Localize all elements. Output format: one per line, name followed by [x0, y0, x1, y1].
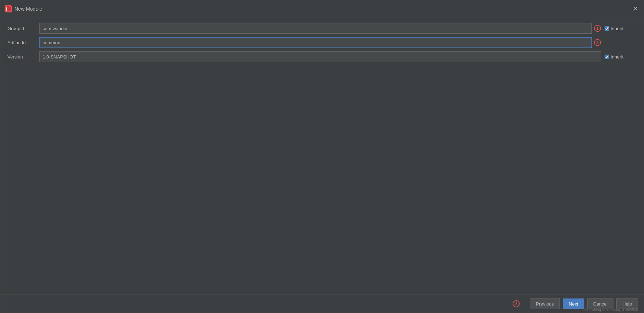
- title-left: I New Module: [5, 5, 42, 12]
- dialog-titlebar: I New Module ✕: [0, 0, 644, 17]
- version-inherit-label[interactable]: Inherit: [605, 54, 637, 60]
- version-inherit-text: Inherit: [611, 54, 623, 60]
- previous-button[interactable]: Previous: [530, 298, 560, 309]
- version-input[interactable]: [39, 51, 601, 62]
- version-row: Version Inherit: [7, 51, 637, 62]
- dialog-content: GroupId 1 Inherit ArtifactId 2 Version: [0, 17, 644, 295]
- artifactid-input[interactable]: [39, 37, 592, 48]
- artifactid-input-wrapper: 2: [39, 37, 601, 48]
- footer-url: https://blog.csdn.net/qq_41889508: [584, 308, 638, 312]
- groupid-inherit-checkbox[interactable]: [605, 26, 609, 31]
- next-button[interactable]: Next: [563, 298, 584, 309]
- artifactid-badge: 2: [594, 39, 601, 46]
- groupid-label: GroupId: [7, 26, 36, 31]
- cancel-button[interactable]: Cancel: [587, 298, 613, 309]
- dialog-title: New Module: [15, 6, 42, 12]
- step3-badge: 3: [513, 300, 520, 307]
- groupid-input-wrapper: 1: [39, 23, 601, 34]
- artifactid-row: ArtifactId 2: [7, 37, 637, 48]
- artifactid-label: ArtifactId: [7, 40, 36, 45]
- groupid-row: GroupId 1 Inherit: [7, 23, 637, 34]
- app-icon: I: [5, 5, 12, 12]
- groupid-inherit-label[interactable]: Inherit: [605, 26, 637, 31]
- version-label: Version: [7, 54, 36, 60]
- groupid-input[interactable]: [39, 23, 592, 34]
- close-button[interactable]: ✕: [631, 5, 639, 13]
- groupid-badge: 1: [594, 25, 601, 32]
- svg-text:I: I: [6, 7, 7, 12]
- help-button[interactable]: Help: [616, 298, 638, 309]
- version-inherit-checkbox[interactable]: [605, 55, 609, 59]
- dialog-footer: 3 Previous Next Cancel Help https://blog…: [0, 295, 644, 313]
- groupid-inherit-text: Inherit: [611, 26, 623, 31]
- version-input-wrapper: [39, 51, 601, 62]
- new-module-dialog: I New Module ✕ GroupId 1 Inherit Artifac…: [0, 0, 644, 313]
